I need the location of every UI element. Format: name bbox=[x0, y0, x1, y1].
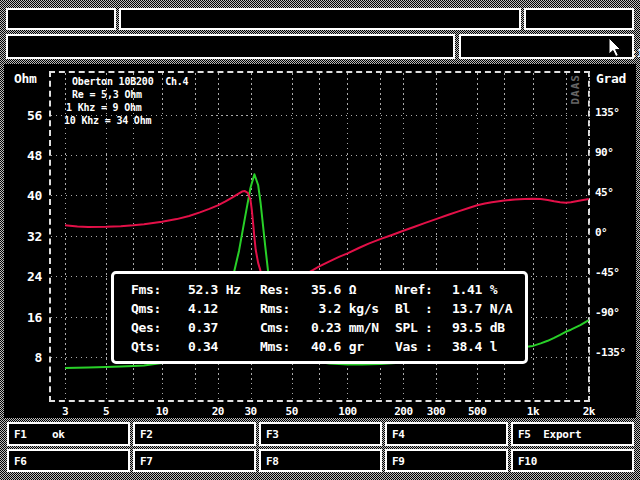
annotation-re: Re = 5,3 Ohm bbox=[72, 89, 142, 100]
f7-button[interactable]: F7 bbox=[133, 449, 256, 472]
f9-button[interactable]: F9 bbox=[385, 449, 508, 472]
param-label: Nref: bbox=[395, 283, 452, 296]
x-tick-label: 5 bbox=[84, 405, 128, 418]
ts-parameter-box: Fms:52.3 HzRes:35.6 ΩNref:1.41 %Qms:4.12… bbox=[111, 271, 528, 364]
param-value: 3.2 kg/s bbox=[311, 302, 395, 315]
gridline-v bbox=[566, 73, 567, 399]
param-label: Qms: bbox=[131, 302, 188, 315]
x-tick-label: 1k bbox=[511, 405, 555, 418]
y-left-tick-label: 8 bbox=[8, 350, 42, 365]
y-right-axis-unit: Grad bbox=[596, 71, 626, 86]
y-left-tick-label: 24 bbox=[8, 269, 42, 284]
y-left-tick-label: 48 bbox=[8, 148, 42, 163]
param-label: Res: bbox=[260, 283, 311, 296]
annotation-speaker-model: Oberton 10B200 Ch.4 bbox=[72, 76, 188, 87]
f10-button[interactable]: F10 bbox=[511, 449, 634, 472]
f1-ok-button[interactable]: F1 ok bbox=[7, 422, 130, 446]
x-tick-label: 50 bbox=[270, 405, 314, 418]
param-value: 93.5 dB bbox=[452, 321, 525, 334]
param-value: 13.7 N/A bbox=[452, 302, 525, 315]
daas-impedance-screen: { "titlebar": { "esc_label": "ESC Ende",… bbox=[0, 0, 640, 480]
f4-button[interactable]: F4 bbox=[385, 422, 508, 446]
info-clock-box[interactable]: i 21.12.11518:11 bbox=[524, 8, 634, 30]
param-label: Rms: bbox=[260, 302, 311, 315]
y-right-tick-label: 0° bbox=[595, 226, 607, 239]
y-left-tick-label: 16 bbox=[8, 310, 42, 325]
annotation-1khz: 1 Khz = 9 Ohm bbox=[66, 102, 142, 113]
x-tick-label: 300 bbox=[414, 405, 458, 418]
x-tick-label: 30 bbox=[229, 405, 273, 418]
param-label: Vas : bbox=[395, 340, 452, 353]
y-left-tick-label: 32 bbox=[8, 229, 42, 244]
param-label: Cms: bbox=[260, 321, 311, 334]
param-value: 40.6 gr bbox=[311, 340, 395, 353]
x-tick-label: 2k bbox=[567, 405, 611, 418]
x-tick-label: 10 bbox=[140, 405, 184, 418]
param-label: Qes: bbox=[131, 321, 188, 334]
title-bar: D A A S Impedanz bbox=[119, 8, 521, 30]
param-value: 1.41 % bbox=[452, 283, 525, 296]
y-right-tick-label: 135° bbox=[595, 106, 620, 119]
fkey-row-2: F6 F7 F8 F9 F10 bbox=[7, 449, 634, 472]
y-right-tick-label: -135° bbox=[595, 346, 626, 359]
daas-watermark: DAAS bbox=[569, 74, 582, 105]
mouse-cursor bbox=[608, 38, 622, 58]
f6-button[interactable]: F6 bbox=[7, 449, 130, 472]
param-value: 0.23 mm/N bbox=[311, 321, 395, 334]
param-label: Bl : bbox=[395, 302, 452, 315]
param-value: 0.34 bbox=[188, 340, 260, 353]
param-label: Mms: bbox=[260, 340, 311, 353]
param-value: 35.6 Ω bbox=[311, 283, 395, 296]
annotation-10khz: 10 Khz = 34 Ohm bbox=[64, 115, 151, 126]
x-tick-label: 3 bbox=[43, 405, 87, 418]
x-tick-label: 100 bbox=[325, 405, 369, 418]
y-left-tick-label: 56 bbox=[8, 108, 42, 123]
fkey-row-1: F1 ok F2 F3 F4 F5 Export bbox=[7, 422, 634, 446]
param-value: 52.3 Hz bbox=[188, 283, 260, 296]
param-value: 0.37 bbox=[188, 321, 260, 334]
f3-button[interactable]: F3 bbox=[259, 422, 382, 446]
y-right-tick-label: 90° bbox=[595, 146, 613, 159]
f2-button[interactable]: F2 bbox=[133, 422, 256, 446]
param-label: Qts: bbox=[131, 340, 188, 353]
esc-button[interactable]: ESC Ende bbox=[6, 8, 116, 30]
param-value: 4.12 bbox=[188, 302, 260, 315]
param-value: 38.4 l bbox=[452, 340, 525, 353]
y-right-tick-label: 45° bbox=[595, 186, 613, 199]
y-right-tick-label: -90° bbox=[595, 306, 620, 319]
y-right-tick-label: -45° bbox=[595, 266, 620, 279]
gridline-v bbox=[589, 73, 590, 399]
x-tick-label: 500 bbox=[455, 405, 499, 418]
f5-export-button[interactable]: F5 Export bbox=[511, 422, 634, 446]
y-left-tick-label: 40 bbox=[8, 188, 42, 203]
f8-button[interactable]: F8 bbox=[259, 449, 382, 472]
input-settings-box[interactable]: In: Line ±2.00 V bbox=[6, 34, 455, 59]
param-label: Fms: bbox=[131, 283, 188, 296]
y-left-axis-unit: Ohm bbox=[14, 71, 37, 86]
gridline-v bbox=[533, 73, 534, 399]
param-label: SPL : bbox=[395, 321, 452, 334]
